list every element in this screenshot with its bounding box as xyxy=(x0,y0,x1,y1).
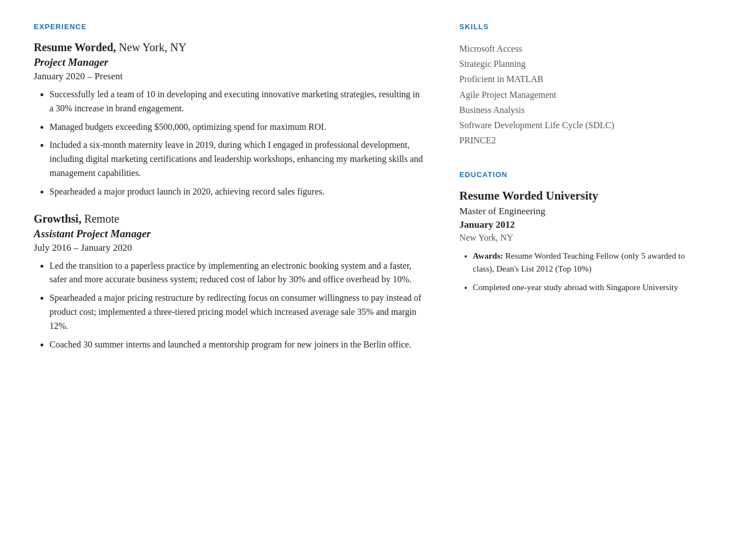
skill-2: Strategic Planning xyxy=(460,56,704,71)
bullet-1-3: Included a six-month maternity leave in … xyxy=(50,138,426,180)
education-section: EDUCATION Resume Worded University Maste… xyxy=(460,170,704,294)
right-column: SKILLS Microsoft Access Strategic Planni… xyxy=(460,22,704,365)
skill-4: Agile Project Management xyxy=(460,87,704,102)
date-range-2: July 2016 – January 2020 xyxy=(34,242,426,254)
skills-heading: SKILLS xyxy=(460,22,704,31)
edu-bullet-1: Awards: Resume Worded Teaching Fellow (o… xyxy=(473,250,704,276)
job-title-2: Assistant Project Manager xyxy=(34,228,426,240)
bullet-1-4: Spearheaded a major product launch in 20… xyxy=(50,185,426,199)
company-location-1: New York, NY xyxy=(116,41,186,53)
company-location-2: Remote xyxy=(82,213,119,225)
resume-layout: EXPERIENCE Resume Worded, New York, NY P… xyxy=(34,22,704,365)
bullet-2-3: Coached 30 summer interns and launched a… xyxy=(50,338,426,352)
company-line-1: Resume Worded, New York, NY xyxy=(34,41,426,54)
bullet-list-2: Led the transition to a paperless practi… xyxy=(34,259,426,352)
date-range-1: January 2020 – Present xyxy=(34,71,426,82)
edu-bullets: Awards: Resume Worded Teaching Fellow (o… xyxy=(460,250,704,295)
skill-5: Business Analysis xyxy=(460,102,704,118)
bullet-1-2: Managed budgets exceeding $500,000, opti… xyxy=(50,120,426,134)
skills-list: Microsoft Access Strategic Planning Prof… xyxy=(460,41,704,148)
bullet-2-1: Led the transition to a paperless practi… xyxy=(50,259,426,287)
skill-3: Proficient in MATLAB xyxy=(460,71,704,87)
skill-1: Microsoft Access xyxy=(460,41,704,56)
edu-date: January 2012 xyxy=(460,219,704,231)
left-column: EXPERIENCE Resume Worded, New York, NY P… xyxy=(34,22,426,365)
bullet-2-2: Spearheaded a major pricing restructure … xyxy=(50,291,426,333)
company-name-2: Growthsi, xyxy=(34,213,82,225)
experience-section: EXPERIENCE Resume Worded, New York, NY P… xyxy=(34,22,426,351)
edu-location: New York, NY xyxy=(460,233,704,243)
bullet-1-1: Successfully led a team of 10 in develop… xyxy=(50,88,426,116)
job-block-1: Resume Worded, New York, NY Project Mana… xyxy=(34,41,426,199)
company-name-1: Resume Worded, xyxy=(34,41,116,53)
skill-7: PRINCE2 xyxy=(460,133,704,148)
job-title-1: Project Manager xyxy=(34,56,426,69)
company-line-2: Growthsi, Remote xyxy=(34,213,426,225)
job-block-2: Growthsi, Remote Assistant Project Manag… xyxy=(34,213,426,352)
skill-6: Software Development Life Cycle (SDLC) xyxy=(460,118,704,133)
experience-heading: EXPERIENCE xyxy=(34,22,426,31)
skills-section: SKILLS Microsoft Access Strategic Planni… xyxy=(460,22,704,148)
bullet-list-1: Successfully led a team of 10 in develop… xyxy=(34,88,426,199)
education-heading: EDUCATION xyxy=(460,170,704,179)
degree: Master of Engineering xyxy=(460,206,704,217)
edu-bullet-2: Completed one-year study abroad with Sin… xyxy=(473,281,704,294)
school-name: Resume Worded University xyxy=(460,189,704,203)
